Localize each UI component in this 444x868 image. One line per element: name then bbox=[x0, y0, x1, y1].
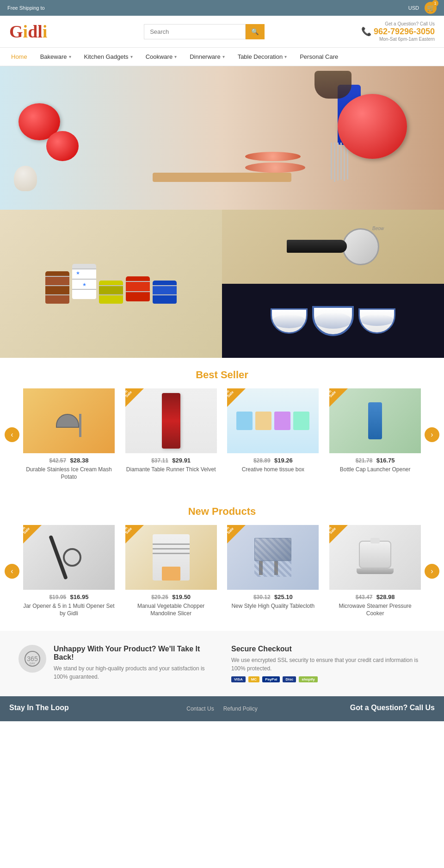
footer-links: Contact Us Refund Policy bbox=[154, 706, 290, 712]
new-products-prev-button[interactable]: ‹ bbox=[5, 564, 19, 579]
paypal-icon: PayPal bbox=[262, 676, 280, 682]
best-seller-carousel: ‹ OnSale $42.57 $28.38 Durable Stain bbox=[0, 388, 444, 481]
contact-us-link[interactable]: Contact Us bbox=[186, 706, 214, 712]
product-image[interactable]: OnSale bbox=[125, 525, 217, 590]
search-icon: 🔍 bbox=[251, 28, 259, 35]
new-price: $28.98 bbox=[376, 593, 395, 600]
nav-table-decoration[interactable]: Table Decoration ▾ bbox=[231, 48, 294, 66]
new-products-title: New Products bbox=[0, 494, 444, 525]
best-seller-title: Best Seller bbox=[0, 358, 444, 388]
mastercard-icon: MC bbox=[248, 676, 259, 682]
trust-return-title: Unhappy With Your Product? We'll Take It… bbox=[54, 645, 213, 662]
currency-selector[interactable]: USD bbox=[408, 5, 419, 11]
new-price: $16.75 bbox=[376, 457, 395, 464]
search-input[interactable] bbox=[144, 24, 246, 39]
footer-call-us: Got a Question? Call Us bbox=[299, 704, 435, 712]
trust-secure-title: Secure Checkout bbox=[231, 645, 426, 653]
footer: Stay In The Loop Contact Us Refund Polic… bbox=[0, 696, 444, 721]
hours: Mon-Sat 6pm-1am Eastern bbox=[361, 37, 435, 42]
nav-home[interactable]: Home bbox=[5, 48, 34, 66]
product-image[interactable]: OnSale bbox=[227, 388, 319, 453]
trust-secure-text: We use encrypted SSL security to ensure … bbox=[231, 656, 426, 673]
new-price: $19.26 bbox=[274, 457, 293, 464]
product-prices: $30.12 $25.10 bbox=[227, 593, 319, 601]
trust-return-icon: 365 DAY bbox=[18, 645, 46, 673]
trust-secure: Secure Checkout We use encrypted SSL sec… bbox=[231, 645, 426, 682]
trust-return-text: We stand by our high-quality products an… bbox=[54, 664, 213, 681]
product-name: Diamante Table Runner Thick Velvet bbox=[125, 466, 217, 474]
nav-kitchen-gadgets[interactable]: Kitchen Gadgets ▾ bbox=[78, 48, 139, 66]
trust-secure-content: Secure Checkout We use encrypted SSL sec… bbox=[231, 645, 426, 682]
nav-cookware[interactable]: Cookware ▾ bbox=[139, 48, 184, 66]
nav-personal-care[interactable]: Personal Care bbox=[293, 48, 345, 66]
product-image[interactable]: OnSale bbox=[329, 388, 421, 453]
product-card: OnSale $37.11 $29.91 Diamante Table Runn… bbox=[125, 388, 217, 481]
carousel-next-button[interactable]: › bbox=[425, 427, 439, 442]
new-price: $25.10 bbox=[274, 593, 293, 600]
new-products-next-button[interactable]: › bbox=[425, 564, 439, 579]
product-name: Manual Vegetable Chopper Mandoline Slice… bbox=[125, 603, 217, 617]
new-price: $28.38 bbox=[70, 457, 89, 464]
old-price: $37.11 bbox=[151, 457, 168, 464]
logo[interactable]: Gidli bbox=[9, 21, 47, 42]
product-prices: $42.57 $28.38 bbox=[23, 456, 115, 464]
two-panel-section: ★ ★ bbox=[0, 210, 444, 358]
trust-section: 365 DAY Unhappy With Your Product? We'll… bbox=[0, 631, 444, 696]
old-price: $42.57 bbox=[49, 457, 66, 464]
footer-right-col: Got a Question? Call Us bbox=[299, 704, 435, 714]
new-products-carousel: ‹ OnSale $19.95 $16.9 bbox=[0, 525, 444, 617]
top-bar-right: USD 🛒 1 bbox=[408, 2, 437, 14]
trust-return: 365 DAY Unhappy With Your Product? We'll… bbox=[18, 645, 213, 682]
refund-policy-link[interactable]: Refund Policy bbox=[223, 706, 258, 712]
product-prices: $21.78 $16.75 bbox=[329, 456, 421, 464]
product-image[interactable]: OnSale bbox=[329, 525, 421, 590]
new-products-list: OnSale $19.95 $16.95 Jar Opener & 5 in 1… bbox=[23, 525, 421, 617]
phone-number[interactable]: 📞 962-79296-3050 bbox=[361, 26, 435, 37]
visa-icon: VISA bbox=[231, 676, 246, 682]
discover-icon: Disc bbox=[283, 676, 296, 682]
phone-label: Get a Question? Call Us bbox=[361, 21, 435, 26]
product-prices: $19.95 $16.95 bbox=[23, 593, 115, 601]
old-price: $43.47 bbox=[356, 594, 373, 600]
nav-bakeware[interactable]: Bakeware ▾ bbox=[34, 48, 78, 66]
cart-button[interactable]: 🛒 1 bbox=[425, 2, 437, 14]
product-name: Bottle Cap Launcher Opener bbox=[329, 466, 421, 474]
ceramic-bowls-panel bbox=[222, 284, 444, 358]
product-name: Durable Stainless Ice Cream Mash Potato bbox=[23, 466, 115, 481]
product-name: Jar Opener & 5 in 1 Multi Opener Set by … bbox=[23, 603, 115, 617]
search-button[interactable]: 🔍 bbox=[246, 24, 265, 39]
product-image[interactable]: OnSale bbox=[23, 388, 115, 453]
product-card: OnSale $42.57 $28.38 Durable Stainless I… bbox=[23, 388, 115, 481]
hero-banner bbox=[0, 66, 444, 210]
best-seller-section: Best Seller ‹ OnSale $42.57 $28.38 bbox=[0, 358, 444, 481]
product-name: Creative home tissue box bbox=[227, 466, 319, 474]
carousel-prev-button[interactable]: ‹ bbox=[5, 427, 19, 442]
lunchbox-display: ★ ★ bbox=[36, 255, 186, 313]
phone-icon: 📞 bbox=[361, 27, 371, 36]
shopify-icon: shopify bbox=[299, 676, 317, 682]
svg-text:DAY: DAY bbox=[30, 662, 35, 665]
main-nav: Home Bakeware ▾ Kitchen Gadgets ▾ Cookwa… bbox=[0, 47, 444, 66]
trust-return-content: Unhappy With Your Product? We'll Take It… bbox=[54, 645, 213, 681]
new-price: $16.95 bbox=[70, 593, 89, 600]
product-card: OnSale $30.12 $25.10 bbox=[227, 525, 319, 617]
nav-dinnerware[interactable]: Dinnerware ▾ bbox=[183, 48, 231, 66]
pizza-cutter-panel: Beow bbox=[222, 210, 444, 284]
product-image[interactable]: OnSale bbox=[227, 525, 319, 590]
stay-in-loop-title: Stay In The Loop bbox=[9, 704, 145, 712]
old-price: $28.89 bbox=[253, 457, 271, 464]
svg-text:365: 365 bbox=[27, 655, 38, 662]
product-prices: $29.25 $19.50 bbox=[125, 593, 217, 601]
product-name: Microwave Steamer Pressure Cooker bbox=[329, 603, 421, 617]
footer-newsletter: Stay In The Loop bbox=[9, 704, 145, 714]
product-card: OnSale $21.78 $16.75 Bottle Cap Launcher… bbox=[329, 388, 421, 481]
product-card: OnSale $28.89 $19.26 Creative home tissu… bbox=[227, 388, 319, 481]
search-form: 🔍 bbox=[144, 24, 265, 39]
product-prices: $37.11 $29.91 bbox=[125, 456, 217, 464]
old-price: $30.12 bbox=[253, 594, 271, 600]
lunchbox-panel: ★ ★ bbox=[0, 210, 222, 358]
product-image[interactable]: OnSale bbox=[23, 525, 115, 590]
top-bar: Free Shipping to USD 🛒 1 bbox=[0, 0, 444, 16]
product-image[interactable]: OnSale bbox=[125, 388, 217, 453]
product-card: OnSale $29.25 $19.50 Man bbox=[125, 525, 217, 617]
